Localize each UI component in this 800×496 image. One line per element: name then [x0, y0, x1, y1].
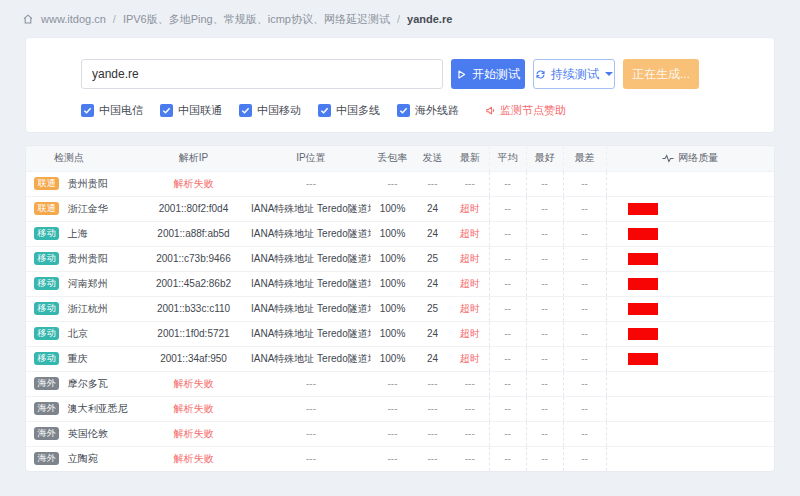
worst-value: --: [563, 196, 606, 221]
header-latest: 最新: [451, 146, 489, 171]
carrier-badge: 移动: [34, 352, 59, 365]
sent-count: 25: [414, 296, 451, 321]
resolved-ip: 解析失败: [136, 421, 251, 446]
node-name: 贵州贵阳: [68, 253, 108, 264]
carrier-badge: 移动: [34, 252, 59, 265]
resolved-ip: 2001::80f2:f0d4: [136, 196, 251, 221]
resolved-ip: 解析失败: [136, 446, 251, 471]
best-value: --: [526, 346, 563, 371]
latest-value: 超时: [451, 246, 489, 271]
loss-rate: ---: [371, 371, 414, 396]
carrier-badge: 联通: [34, 202, 59, 215]
ip-location: ---: [251, 446, 371, 471]
header-best: 最好: [526, 146, 563, 171]
sent-count: 24: [414, 271, 451, 296]
loss-rate: 100%: [371, 346, 414, 371]
header-sent: 发送: [414, 146, 451, 171]
latest-value: 超时: [451, 221, 489, 246]
latest-value: ---: [451, 421, 489, 446]
checkbox-china-unicom[interactable]: 中国联通: [160, 103, 222, 118]
avg-value: --: [489, 371, 526, 396]
table-row: 海外 摩尔多瓦 解析失败 --- --- --- --- -- -- --: [26, 371, 774, 396]
checkbox-checked-icon: [397, 104, 410, 117]
avg-value: --: [489, 396, 526, 421]
checkbox-label: 中国移动: [257, 103, 301, 118]
breadcrumb-site-link[interactable]: www.itdog.cn: [41, 12, 106, 26]
quality-cell: [606, 421, 774, 446]
loss-rate: 100%: [371, 271, 414, 296]
quality-cell: [606, 246, 774, 271]
latest-value: 超时: [451, 196, 489, 221]
worst-value: --: [563, 321, 606, 346]
table-row: 海外 立陶宛 解析失败 --- --- --- --- -- -- --: [26, 446, 774, 471]
start-test-button[interactable]: 开始测试: [451, 59, 525, 89]
checkbox-china-multiline[interactable]: 中国多线: [318, 103, 380, 118]
sent-count: 24: [414, 196, 451, 221]
checkbox-checked-icon: [239, 104, 252, 117]
breadcrumb: www.itdog.cn / IPV6版、多地Ping、常规版、icmp协议、网…: [0, 0, 800, 26]
header-network-quality-label: 网络质量: [678, 151, 718, 165]
worst-value: --: [563, 421, 606, 446]
header-worst: 最差: [563, 146, 606, 171]
ip-location: IANA特殊地址 Teredo隧道地址: [251, 196, 371, 221]
best-value: --: [526, 396, 563, 421]
header-resolved-ip: 解析IP: [136, 146, 251, 171]
continuous-test-button[interactable]: 持续测试: [533, 59, 615, 89]
checkbox-china-telecom[interactable]: 中国电信: [81, 103, 143, 118]
carrier-badge: 移动: [34, 302, 59, 315]
activity-icon: [662, 154, 674, 163]
controls-row: 开始测试 持续测试 正在生成...: [81, 59, 719, 89]
table-row: 移动 重庆 2001::34af:950 IANA特殊地址 Teredo隧道地址…: [26, 346, 774, 371]
worst-value: --: [563, 171, 606, 196]
avg-value: --: [489, 246, 526, 271]
test-control-card: 开始测试 持续测试 正在生成... 中国电信: [25, 37, 775, 133]
quality-cell: [606, 296, 774, 321]
home-icon: [22, 13, 34, 25]
loss-rate: 100%: [371, 221, 414, 246]
best-value: --: [526, 446, 563, 471]
node-name: 浙江金华: [68, 203, 108, 214]
node-name: 澳大利亚悉尼: [68, 403, 128, 414]
checkbox-checked-icon: [160, 104, 173, 117]
carrier-badge: 海外: [34, 377, 59, 390]
ip-location: IANA特殊地址 Teredo隧道地址: [251, 296, 371, 321]
avg-value: --: [489, 171, 526, 196]
checkbox-china-mobile[interactable]: 中国移动: [239, 103, 301, 118]
avg-value: --: [489, 321, 526, 346]
quality-cell: [606, 271, 774, 296]
page: www.itdog.cn / IPV6版、多地Ping、常规版、icmp协议、网…: [0, 0, 800, 496]
quality-cell: [606, 346, 774, 371]
checkbox-checked-icon: [81, 104, 94, 117]
header-node: 检测点: [26, 146, 136, 171]
latest-value: 超时: [451, 346, 489, 371]
best-value: --: [526, 421, 563, 446]
carrier-badge: 移动: [34, 277, 59, 290]
node-name: 浙江杭州: [68, 303, 108, 314]
worst-value: --: [563, 371, 606, 396]
table-header-row: 检测点 解析IP IP位置 丢包率 发送 最新 平均 最好 最差 网络: [26, 146, 774, 171]
resolved-ip: 2001::c73b:9466: [136, 246, 251, 271]
sent-count: ---: [414, 446, 451, 471]
sent-count: ---: [414, 371, 451, 396]
sent-count: ---: [414, 396, 451, 421]
node-name: 贵州贵阳: [68, 178, 108, 189]
host-input[interactable]: [81, 59, 443, 89]
avg-value: --: [489, 421, 526, 446]
ip-location: ---: [251, 421, 371, 446]
loss-rate: ---: [371, 171, 414, 196]
checkbox-overseas[interactable]: 海外线路: [397, 103, 459, 118]
quality-bar: [628, 278, 658, 290]
table-row: 移动 河南郑州 2001::45a2:86b2 IANA特殊地址 Teredo隧…: [26, 271, 774, 296]
resolved-ip: 2001::45a2:86b2: [136, 271, 251, 296]
latest-value: ---: [451, 396, 489, 421]
breadcrumb-path: IPV6版、多地Ping、常规版、icmp协议、网络延迟测试: [123, 12, 390, 26]
sent-count: ---: [414, 171, 451, 196]
sponsor-link[interactable]: 监测节点赞助: [485, 103, 566, 118]
header-network-quality: 网络质量: [606, 146, 774, 171]
sent-count: ---: [414, 421, 451, 446]
quality-bar: [628, 253, 658, 265]
worst-value: --: [563, 346, 606, 371]
loss-rate: ---: [371, 446, 414, 471]
best-value: --: [526, 171, 563, 196]
avg-value: --: [489, 271, 526, 296]
